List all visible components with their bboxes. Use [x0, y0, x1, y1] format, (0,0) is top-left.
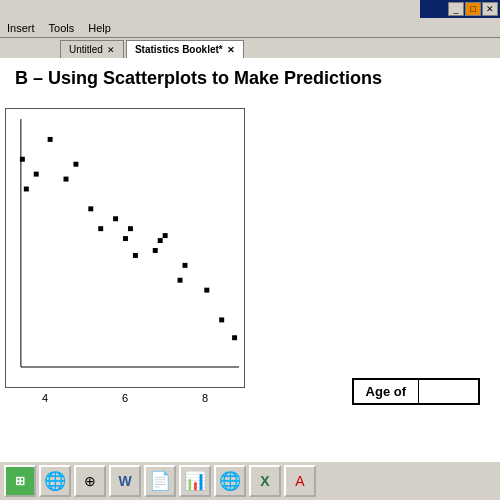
- tab-statistics-booklet[interactable]: Statistics Booklet* ✕: [126, 40, 244, 58]
- svg-rect-13: [133, 253, 138, 258]
- svg-rect-16: [163, 233, 168, 238]
- tab-statistics-booklet-close[interactable]: ✕: [227, 45, 235, 55]
- svg-rect-15: [158, 238, 163, 243]
- taskbar-browser-icon[interactable]: 🌐: [214, 465, 246, 497]
- svg-rect-3: [48, 137, 53, 142]
- start-button[interactable]: ⊞: [4, 465, 36, 497]
- age-label: Age of: [353, 380, 418, 404]
- taskbar-calc-icon[interactable]: 📊: [179, 465, 211, 497]
- taskbar-pdf-icon[interactable]: A: [284, 465, 316, 497]
- minimize-button[interactable]: _: [448, 2, 464, 16]
- title-bar: _ □ ✕: [420, 0, 500, 18]
- svg-rect-14: [153, 248, 158, 253]
- svg-rect-6: [64, 177, 69, 182]
- main-content: B – Using Scatterplots to Make Predictio…: [0, 58, 500, 460]
- x-label-4: 4: [42, 392, 48, 404]
- svg-rect-8: [88, 206, 93, 211]
- tabs-bar: Untitled ✕ Statistics Booklet* ✕: [0, 38, 500, 58]
- svg-rect-5: [24, 187, 29, 192]
- svg-rect-2: [20, 157, 25, 162]
- svg-rect-20: [219, 317, 224, 322]
- page-heading: B – Using Scatterplots to Make Predictio…: [0, 58, 500, 97]
- taskbar: ⊞ 🌐 ⊕ W 📄 📊 🌐 X A: [0, 460, 500, 500]
- x-axis-labels: 4 6 8: [5, 392, 245, 404]
- taskbar-word-icon[interactable]: W: [109, 465, 141, 497]
- menu-insert[interactable]: Insert: [4, 22, 38, 34]
- taskbar-ie-icon[interactable]: 🌐: [39, 465, 71, 497]
- close-button[interactable]: ✕: [482, 2, 498, 16]
- svg-rect-21: [232, 335, 237, 340]
- menu-help[interactable]: Help: [85, 22, 114, 34]
- svg-rect-19: [204, 288, 209, 293]
- menu-bar: Insert Tools Help: [0, 18, 500, 38]
- maximize-button[interactable]: □: [465, 2, 481, 16]
- tab-untitled[interactable]: Untitled ✕: [60, 40, 124, 58]
- x-label-6: 6: [122, 392, 128, 404]
- tab-untitled-label: Untitled: [69, 44, 103, 55]
- svg-rect-4: [34, 172, 39, 177]
- taskbar-doc-icon[interactable]: 📄: [144, 465, 176, 497]
- svg-rect-10: [113, 216, 118, 221]
- taskbar-excel-icon[interactable]: X: [249, 465, 281, 497]
- svg-rect-17: [178, 278, 183, 283]
- svg-rect-11: [123, 236, 128, 241]
- svg-rect-12: [128, 226, 133, 231]
- x-label-8: 8: [202, 392, 208, 404]
- age-table: Age of: [352, 378, 480, 405]
- age-value[interactable]: [419, 380, 479, 404]
- svg-rect-7: [73, 162, 78, 167]
- scatterplot: [6, 109, 244, 387]
- tab-untitled-close[interactable]: ✕: [107, 45, 115, 55]
- tab-statistics-booklet-label: Statistics Booklet*: [135, 44, 223, 55]
- taskbar-chrome-icon[interactable]: ⊕: [74, 465, 106, 497]
- svg-rect-18: [183, 263, 188, 268]
- menu-tools[interactable]: Tools: [46, 22, 78, 34]
- svg-rect-9: [98, 226, 103, 231]
- chart-container: [5, 108, 245, 388]
